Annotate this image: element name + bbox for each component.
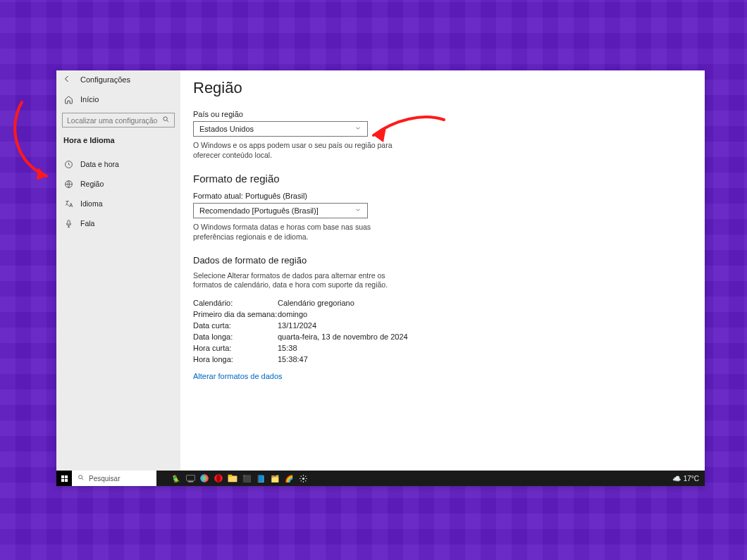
taskbar-app-icon[interactable]: 🗂️ [268,471,282,486]
main-panel: Região País ou região Estados Unidos O W… [180,70,705,486]
home-icon [63,94,73,104]
svg-rect-4 [61,475,63,478]
format-value: Recomendado [Português (Brasil)] [199,206,319,215]
kv-key: Calendário: [193,299,278,307]
kv-key: Hora longa: [193,355,278,363]
taskbar-tray[interactable]: ☁️ 17°C [672,475,705,483]
clock-icon [63,159,73,169]
kv-val: 15:38:47 [278,355,308,363]
kv-key: Data curta: [193,321,278,330]
kv-key: Data longa: [193,332,278,341]
svg-point-8 [79,475,82,479]
search-input[interactable] [67,116,162,125]
search-box[interactable] [62,113,175,127]
kv-row: Calendário: Calendário gregoriano [193,297,692,309]
kv-key: Hora curta: [193,344,278,352]
svg-rect-7 [64,478,67,481]
country-value: Estados Unidos [199,125,254,133]
weather-icon: ☁️ [672,475,681,483]
sidebar-item-label: Região [80,180,104,188]
sidebar-item-speech[interactable]: Fala [56,213,180,233]
language-icon [63,199,73,209]
sidebar-item-date-time[interactable]: Data e hora [56,154,180,174]
taskbar-app-icon[interactable]: ⬛ [240,471,254,486]
country-helper: O Windows e os apps podem usar o seu paí… [193,141,405,160]
task-view-icon[interactable] [183,471,197,486]
kv-val: 15:38 [278,344,297,352]
svg-point-12 [202,476,206,480]
kv-row: Data longa: quarta-feira, 13 de novembro… [193,331,692,342]
data-format-helper: Selecione Alterar formatos de dados para… [193,271,405,290]
file-explorer-icon[interactable] [226,471,240,486]
taskbar-app-icon[interactable] [197,471,211,486]
window-title: Configurações [80,75,130,84]
taskbar-app-icon[interactable]: 📘 [254,471,268,486]
sidebar-item-language[interactable]: Idioma [56,194,180,213]
back-button[interactable] [62,75,72,85]
kv-val: quarta-feira, 13 de novembro de 2024 [278,332,408,341]
svg-rect-16 [228,475,233,477]
settings-icon[interactable] [296,471,310,486]
svg-rect-10 [187,481,193,482]
sidebar: Configurações Início Hora e Idioma Data [56,70,180,486]
kv-row: Primeiro dia da semana: domingo [193,309,692,320]
current-format-label: Formato atual: Português (Brasil) [193,192,692,200]
country-combobox[interactable]: Estados Unidos [193,121,368,137]
taskbar-search[interactable]: Pesquisar [72,471,156,486]
search-icon [162,116,170,125]
country-label: País ou região [193,110,692,118]
svg-rect-3 [67,220,69,224]
taskbar-temperature: 17°C [684,475,699,483]
start-button[interactable] [56,471,72,486]
kv-row: Data curta: 13/11/2024 [193,320,692,331]
region-format-heading: Formato de região [193,173,692,185]
kv-row: Hora curta: 15:38 [193,342,692,354]
sidebar-home[interactable]: Início [56,89,180,110]
settings-window: Configurações Início Hora e Idioma Data [56,70,705,486]
data-format-heading: Dados de formato de região [193,255,692,266]
format-combobox[interactable]: Recomendado [Português (Brasil)] [193,203,368,218]
svg-point-0 [163,117,168,121]
sidebar-home-label: Início [80,95,99,104]
kv-val: 13/11/2024 [278,321,316,330]
page-heading: Região [193,79,692,97]
svg-rect-6 [61,478,63,481]
format-helper: O Windows formata datas e horas com base… [193,223,405,242]
sidebar-section-title: Hora e Idioma [56,135,180,154]
change-formats-link[interactable]: Alterar formatos de dados [193,372,283,380]
globe-icon [63,179,73,189]
svg-rect-9 [186,475,195,480]
chevron-down-icon [354,206,362,215]
taskbar: Pesquisar 🦜 ⬛ 📘 🗂️ 🌈 ☁️ 17°C [56,471,705,486]
svg-point-17 [302,477,304,479]
kv-key: Primeiro dia da semana: [193,310,278,318]
svg-point-14 [216,475,221,483]
chevron-down-icon [354,125,362,133]
taskbar-app-icon[interactable] [211,471,226,486]
sidebar-item-label: Data e hora [80,160,119,168]
taskbar-search-placeholder: Pesquisar [89,475,120,483]
search-icon [78,474,85,483]
sidebar-item-label: Idioma [80,199,103,208]
kv-val: Calendário gregoriano [278,299,354,307]
kv-val: domingo [278,310,307,318]
svg-rect-15 [228,476,237,483]
taskbar-app-icon[interactable]: 🦜 [169,471,183,486]
svg-rect-5 [64,475,67,478]
mic-icon [63,218,73,228]
sidebar-item-region[interactable]: Região [56,174,180,194]
taskbar-app-icon[interactable]: 🌈 [282,471,296,486]
sidebar-item-label: Fala [80,219,94,228]
kv-row: Hora longa: 15:38:47 [193,354,692,365]
